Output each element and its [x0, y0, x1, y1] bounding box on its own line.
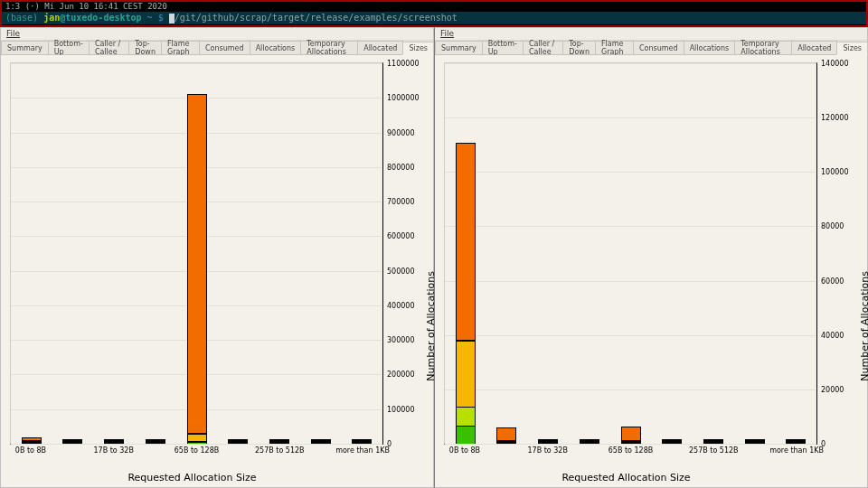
bar-column — [703, 439, 723, 444]
y-tick-label: 900000 — [387, 128, 428, 136]
heaptrack-pane-right: File SummaryBottom-UpCaller / CalleeTop-… — [434, 27, 868, 488]
bar-segment — [580, 443, 599, 444]
y-tick-label: 100000 — [387, 405, 428, 413]
tab-consumed[interactable]: Consumed — [633, 41, 684, 54]
menu-file[interactable]: File — [440, 29, 454, 38]
bar-segment — [621, 443, 641, 444]
prompt-symbol: $ — [158, 13, 164, 23]
heaptrack-pane-left: File SummaryBottom-UpCaller / CalleeTop-… — [0, 27, 434, 488]
tab-flame-graph[interactable]: Flame Graph — [161, 41, 200, 54]
terminal-status-bar: 1:3 (·) Mi Jun 10 16:41 CEST 2020 — [2, 2, 866, 12]
terminal-prompt-line[interactable]: (base) jan@tuxedo-desktop ~ $ /git/githu… — [2, 12, 866, 24]
bar-segment — [496, 443, 516, 444]
bar-segment — [269, 443, 289, 444]
tab-sizes[interactable]: Sizes — [836, 42, 868, 55]
grid-line — [11, 444, 382, 445]
bar-column — [352, 441, 372, 444]
tab-temporary-allocations[interactable]: Temporary Allocations — [300, 41, 358, 54]
bar-column — [621, 365, 641, 444]
y-tick-label: 100000 — [821, 168, 862, 176]
tab-allocated[interactable]: Allocated — [791, 41, 837, 54]
bar-segment — [62, 443, 82, 444]
bar-column — [580, 430, 599, 444]
y-tick-label: 0 — [387, 440, 428, 448]
prompt-host: @tuxedo-desktop — [60, 13, 141, 23]
tab-summary[interactable]: Summary — [1, 41, 49, 54]
chart-area: 020000400006000080000100000120000140000N… — [435, 55, 867, 487]
x-tick-label: more than 1KB — [769, 446, 824, 455]
x-axis-label: Requested Allocation Size — [435, 472, 817, 483]
bar-column — [62, 434, 82, 444]
prompt-user: jan — [43, 13, 60, 23]
x-tick-label: 0B to 8B — [449, 446, 480, 455]
y-tick-label: 1000000 — [387, 94, 428, 102]
x-ticks: 0B to 8B17B to 32B65B to 128B257B to 512… — [444, 446, 817, 457]
y-tick-label: 80000 — [821, 222, 862, 230]
bar-segment — [22, 443, 42, 444]
bars-container — [11, 63, 382, 444]
bar-segment — [456, 143, 476, 341]
bars-container — [445, 63, 816, 444]
y-tick-label: 700000 — [387, 198, 428, 206]
y-tick-label: 1100000 — [387, 60, 428, 68]
tab-flame-graph[interactable]: Flame Graph — [595, 41, 634, 54]
terminal-window: 1:3 (·) Mi Jun 10 16:41 CEST 2020 (base)… — [0, 0, 868, 27]
y-tick-label: 800000 — [387, 163, 428, 171]
bar-column — [662, 432, 682, 444]
bar-segment — [621, 427, 641, 441]
x-tick-label: 0B to 8B — [15, 446, 46, 455]
tab-sizes[interactable]: Sizes — [402, 42, 434, 55]
x-ticks: 0B to 8B17B to 32B65B to 128B257B to 512… — [10, 446, 383, 457]
tab-bottom-up[interactable]: Bottom-Up — [48, 41, 90, 54]
tab-bottom-up[interactable]: Bottom-Up — [482, 41, 524, 54]
bar-column — [104, 441, 124, 444]
tab-allocations[interactable]: Allocations — [250, 41, 302, 54]
bar-column — [269, 442, 289, 444]
terminal-command: /git/github/scrap/target/release/example… — [175, 13, 458, 23]
bar-segment — [311, 443, 331, 444]
y-tick-label: 120000 — [821, 114, 862, 122]
plot-area: 020000400006000080000100000120000140000 — [444, 62, 817, 445]
bar-column — [228, 442, 248, 444]
tab-top-down[interactable]: Top-Down — [562, 41, 596, 54]
tab-top-down[interactable]: Top-Down — [128, 41, 162, 54]
plot-area: 0100000200000300000400000500000600000700… — [10, 62, 383, 445]
tab-summary[interactable]: Summary — [435, 41, 483, 54]
tab-caller-callee[interactable]: Caller / Callee — [523, 41, 563, 54]
panes-container: File SummaryBottom-UpCaller / CalleeTop-… — [0, 27, 868, 488]
menubar: File — [435, 28, 867, 41]
bar-segment — [228, 443, 248, 444]
bar-column — [146, 441, 165, 444]
bar-segment — [456, 341, 476, 406]
tab-caller-callee[interactable]: Caller / Callee — [89, 41, 129, 54]
bar-segment — [456, 407, 476, 426]
bar-column — [187, 80, 207, 444]
x-tick-label: 65B to 128B — [609, 446, 654, 455]
bar-segment — [496, 427, 516, 441]
y-tick-label: 0 — [821, 440, 862, 448]
bar-column — [496, 368, 516, 444]
menubar: File — [1, 28, 433, 41]
tab-temporary-allocations[interactable]: Temporary Allocations — [734, 41, 792, 54]
y-axis-label: Number of Allocations — [860, 271, 869, 381]
y-tick-label: 20000 — [821, 385, 862, 393]
x-tick-label: 65B to 128B — [175, 446, 220, 455]
bar-segment — [745, 443, 765, 444]
x-axis-label: Requested Allocation Size — [1, 472, 383, 483]
chart-area: 0100000200000300000400000500000600000700… — [1, 55, 433, 487]
tab-allocated[interactable]: Allocated — [357, 41, 403, 54]
y-tick-label: 600000 — [387, 232, 428, 240]
menu-file[interactable]: File — [6, 29, 20, 38]
bar-column — [538, 425, 558, 444]
bar-segment — [456, 426, 476, 444]
x-tick-label: 257B to 512B — [255, 446, 305, 455]
bar-column — [22, 401, 42, 444]
prompt-path: ~ — [147, 13, 153, 23]
bar-segment — [703, 443, 723, 444]
tab-consumed[interactable]: Consumed — [199, 41, 250, 54]
bar-segment — [187, 94, 207, 434]
y-tick-label: 500000 — [387, 267, 428, 275]
grid-line — [445, 444, 816, 445]
y-tick-label: 400000 — [387, 301, 428, 309]
tab-allocations[interactable]: Allocations — [684, 41, 736, 54]
